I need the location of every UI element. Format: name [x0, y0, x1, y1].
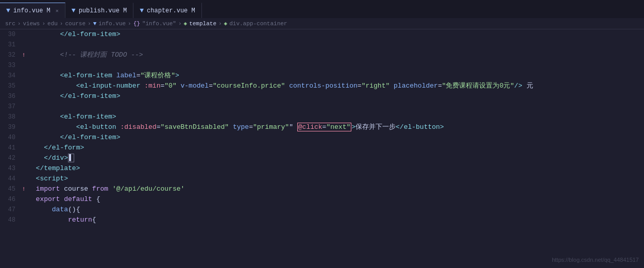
line-code-40: </el-form-item> [26, 132, 644, 143]
line-num-45: 45 [0, 184, 22, 194]
line-num-48: 48 [0, 215, 22, 225]
breadcrumb-edu: edu [47, 21, 58, 27]
vue-icon-chapter: ▼ [140, 7, 144, 14]
code-line-39: 39 <el-button :disabled="saveBtnDisabled… [0, 122, 644, 132]
line-code-38: <el-form-item> [26, 112, 644, 122]
code-line-41: 41 </el-form> [0, 143, 644, 153]
code-line-48: 48 return{ [0, 215, 644, 225]
breadcrumb: src › views › edu › course › ▼ info.vue … [0, 18, 644, 29]
line-num-42: 42 [0, 153, 22, 163]
code-line-47: 47 data(){ [0, 205, 644, 215]
line-code-34: <el-form-item label="课程价格"> [26, 71, 644, 81]
breadcrumb-vue-icon: ▼ [93, 21, 97, 27]
line-code-31 [26, 40, 644, 50]
line-num-34: 34 [0, 71, 22, 81]
line-code-30: </el-form-item> [26, 29, 644, 40]
line-code-45: import course from '@/api/edu/course' [26, 184, 644, 194]
tab-info[interactable]: ▼ info.vue M ✕ [0, 3, 65, 18]
line-num-39: 39 [0, 122, 22, 132]
breadcrumb-brace-icon: {} [133, 21, 140, 27]
code-line-30: 30 </el-form-item> [0, 29, 644, 40]
line-code-36: </el-form-item> [26, 91, 644, 102]
code-line-34: 34 <el-form-item label="课程价格"> [0, 71, 644, 81]
code-line-42: 42 </div>▌ [0, 153, 644, 163]
line-code-39: <el-button :disabled="saveBtnDisabled" t… [26, 122, 644, 132]
tab-publish-label: publish.vue M [79, 7, 127, 14]
line-code-48: return{ [26, 215, 644, 225]
breadcrumb-views: views [23, 21, 40, 27]
breadcrumb-src: src [5, 21, 15, 27]
line-num-44: 44 [0, 174, 22, 184]
line-num-40: 40 [0, 132, 22, 143]
tab-info-close[interactable]: ✕ [56, 8, 59, 14]
line-num-36: 36 [0, 91, 22, 102]
line-code-42: </div>▌ [26, 153, 644, 163]
vue-icon-info: ▼ [6, 7, 10, 14]
line-code-32: <!-- 课程封面 TODO --> [26, 50, 644, 60]
line-code-41: </el-form> [26, 143, 644, 153]
line-code-37 [26, 102, 644, 112]
line-num-33: 33 [0, 60, 22, 71]
line-num-37: 37 [0, 102, 22, 112]
line-num-30: 30 [0, 29, 22, 40]
code-line-38: 38 <el-form-item> [0, 112, 644, 122]
line-num-47: 47 [0, 205, 22, 215]
line-code-46: export default { [26, 194, 644, 205]
line-num-35: 35 [0, 81, 22, 91]
code-area: 30 </el-form-item> 31 32 ! <!-- 课程封面 TOD… [0, 29, 644, 225]
breadcrumb-course: course [65, 21, 86, 27]
breadcrumb-template-icon: ◈ [184, 20, 188, 27]
line-num-31: 31 [0, 40, 22, 50]
editor: 30 </el-form-item> 31 32 ! <!-- 课程封面 TOD… [0, 29, 644, 225]
line-code-33 [26, 60, 644, 71]
line-num-41: 41 [0, 143, 22, 153]
tab-publish[interactable]: ▼ publish.vue M [65, 3, 133, 18]
line-code-44: <script> [26, 174, 644, 184]
code-line-43: 43 </template> [0, 163, 644, 174]
code-line-36: 36 </el-form-item> [0, 91, 644, 102]
breadcrumb-div: div.app-container [229, 21, 287, 27]
tab-chapter[interactable]: ▼ chapter.vue M [133, 3, 201, 18]
line-num-43: 43 [0, 163, 22, 174]
breadcrumb-info-quoted: "info.vue" [142, 21, 176, 27]
tab-info-label: info.vue M [13, 7, 50, 14]
code-line-46: 46 export default { [0, 194, 644, 205]
tab-chapter-label: chapter.vue M [147, 7, 195, 14]
code-line-32: 32 ! <!-- 课程封面 TODO --> [0, 50, 644, 60]
line-num-46: 46 [0, 194, 22, 205]
code-line-45: 45 ! import course from '@/api/edu/cours… [0, 184, 644, 194]
vue-icon-publish: ▼ [72, 7, 76, 14]
code-line-33: 33 [0, 60, 644, 71]
code-line-37: 37 [0, 102, 644, 112]
code-line-44: 44 <script> [0, 174, 644, 184]
line-code-43: </template> [26, 163, 644, 174]
code-line-31: 31 [0, 40, 644, 50]
line-num-32: 32 [0, 50, 22, 60]
breadcrumb-template: template [189, 21, 216, 27]
breadcrumb-div-icon: ◈ [224, 20, 228, 27]
tab-bar: ▼ info.vue M ✕ ▼ publish.vue M ▼ chapter… [0, 0, 644, 18]
code-line-35: 35 <el-input-number :min="0" v-model="co… [0, 81, 644, 91]
line-code-47: data(){ [26, 205, 644, 215]
code-line-40: 40 </el-form-item> [0, 132, 644, 143]
watermark: https://blog.csdn.net/qq_44841517 [552, 257, 639, 263]
breadcrumb-file: info.vue [98, 21, 126, 27]
line-num-38: 38 [0, 112, 22, 122]
line-code-35: <el-input-number :min="0" v-model="cours… [26, 81, 644, 91]
